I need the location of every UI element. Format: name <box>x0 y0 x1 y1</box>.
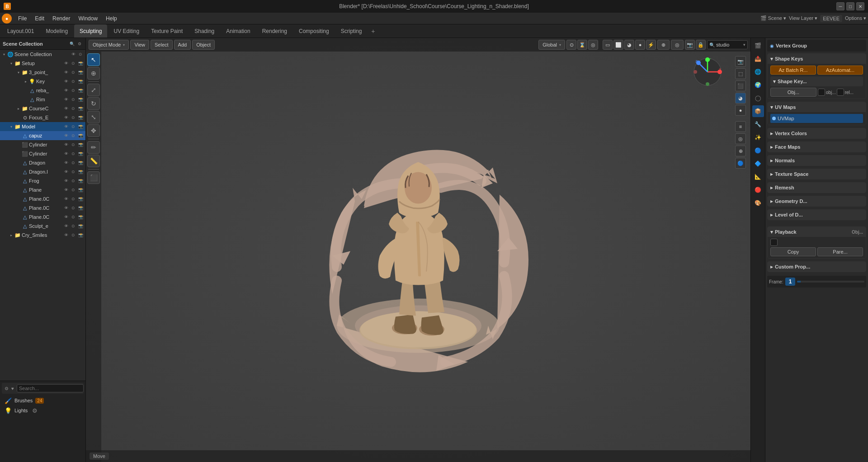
vis-plane[interactable]: 👁 <box>63 187 69 193</box>
add-workspace-button[interactable]: + <box>368 24 378 38</box>
playback-toggle[interactable] <box>770 239 778 246</box>
vis-plane0c1[interactable]: 👁 <box>63 196 69 202</box>
vp-solid-btn[interactable]: ⬛ <box>735 80 746 91</box>
move-tool-btn[interactable]: ⤢ <box>87 84 100 96</box>
vis-3point[interactable]: 👁 <box>63 69 69 75</box>
viewport-3d[interactable]: ↖ ⊕ ⤢ ↻ ⤡ ✥ ✏ 📏 ⬛ <box>86 38 750 462</box>
sel-coursec[interactable]: ⊙ <box>70 105 76 112</box>
tree-dragon[interactable]: △ Dragon 👁 ⊙ 📸 <box>0 158 85 167</box>
sel-cyl1[interactable]: ⊙ <box>70 141 76 148</box>
tree-plane0c-2[interactable]: △ Plane.0C 👁 ⊙ 📸 <box>0 203 85 212</box>
frame-number[interactable]: 1 <box>785 278 796 286</box>
tab-shading[interactable]: Shading <box>189 24 220 38</box>
search-dropdown-arrow[interactable]: ▾ <box>743 42 745 47</box>
ren-plane0c2[interactable]: 📸 <box>77 205 84 211</box>
tree-reba[interactable]: △ reba_ 👁 ⊙ 📸 <box>0 86 85 95</box>
asset-search-input[interactable] <box>17 384 84 392</box>
eevee-btn[interactable]: ⚡ <box>646 40 656 50</box>
vis-btn-scene[interactable]: 👁 <box>70 51 76 57</box>
sel-key[interactable]: ⊙ <box>70 78 76 85</box>
gizmo-toggle-btn[interactable]: ⊕ <box>657 40 670 50</box>
asset-brushes-item[interactable]: 🖌️ Brushes 24 <box>2 396 84 405</box>
prop-tab-shading[interactable]: 🎨 <box>752 197 764 209</box>
ren-3point[interactable]: 📸 <box>77 69 84 75</box>
vis-frog[interactable]: 👁 <box>63 178 69 184</box>
tree-setup[interactable]: ▾ 📁 Setup 👁 ⊙ 📸 <box>0 59 85 68</box>
ren-reba[interactable]: 📸 <box>77 87 84 94</box>
ren-dragonl[interactable]: 📸 <box>77 169 84 175</box>
sel-focuse[interactable]: ⊙ <box>70 114 76 121</box>
prop-tab-material[interactable]: 🔴 <box>752 184 764 196</box>
sel-sculpte[interactable]: ⊙ <box>70 223 76 229</box>
vp-wireframe-btn[interactable]: ⬚ <box>735 68 746 79</box>
tree-sculpte[interactable]: △ Sculpt_e 👁 ⊙ 📸 <box>0 222 85 231</box>
viewport-object-menu[interactable]: Object <box>192 40 215 50</box>
sel-3point[interactable]: ⊙ <box>70 69 76 75</box>
tree-plane0c-1[interactable]: △ Plane.0C 👁 ⊙ 📸 <box>0 194 85 203</box>
vis-sculpte[interactable]: 👁 <box>63 223 69 229</box>
shape-keys-header[interactable]: ▾ Shape Keys <box>768 54 866 64</box>
tree-key[interactable]: ▸ 💡 Key 👁 ⊙ 📸 <box>0 77 85 86</box>
ren-sculpte[interactable]: 📸 <box>77 223 84 229</box>
sel-btn-scene[interactable]: ⊙ <box>77 51 84 57</box>
snap-btn[interactable]: ⌛ <box>577 40 587 50</box>
sel-crysmiles[interactable]: ⊙ <box>70 232 76 238</box>
vis-plane0c3[interactable]: 👁 <box>63 214 69 220</box>
vp-gizmo-btn[interactable]: ⊕ <box>735 146 746 156</box>
vp-overlay-btn[interactable]: ◎ <box>735 133 746 144</box>
vis-key[interactable]: 👁 <box>63 78 69 85</box>
vis-dragon[interactable]: 👁 <box>63 160 69 166</box>
tab-animation[interactable]: Animation <box>221 24 255 38</box>
sel-rim[interactable]: ⊙ <box>70 96 76 103</box>
viewport-view-menu[interactable]: View <box>130 40 149 50</box>
custom-props-header[interactable]: ▸ Custom Prop... <box>768 262 866 272</box>
prop-tab-scene[interactable]: 🌍 <box>752 79 764 91</box>
playback-header[interactable]: ▾ Playback Obj... <box>768 227 866 237</box>
scene-search-box[interactable]: 🔍 studio ▾ <box>707 40 748 49</box>
normals-header[interactable]: ▸ Normals <box>768 156 866 165</box>
menu-file[interactable]: File <box>14 14 30 23</box>
prop-tab-object[interactable]: 📦 <box>752 105 764 117</box>
minimize-button[interactable]: ─ <box>836 2 844 10</box>
transform-pivot-btn[interactable]: ⊙ <box>566 40 576 50</box>
parent-btn[interactable]: Pare... <box>817 247 863 256</box>
vis-reba[interactable]: 👁 <box>63 87 69 94</box>
vis-cyl1[interactable]: 👁 <box>63 141 69 148</box>
face-maps-header[interactable]: ▸ Face Maps <box>768 142 866 152</box>
prop-tab-constraints[interactable]: 🔷 <box>752 158 764 170</box>
sel-reba[interactable]: ⊙ <box>70 87 76 94</box>
menu-edit[interactable]: Edit <box>31 14 48 23</box>
tab-sculpting[interactable]: Sculpting <box>74 24 107 38</box>
view-layer-selector[interactable]: View Layer ▾ <box>789 15 817 21</box>
vp-material-btn[interactable]: ◕ <box>735 93 746 104</box>
batch-rename-btn[interactable]: Az Batch R... <box>770 66 816 75</box>
timeline-mini[interactable] <box>797 281 864 283</box>
ren-model[interactable]: 📸 <box>77 123 84 130</box>
add-cube-btn[interactable]: ⬛ <box>87 171 100 184</box>
texture-space-header[interactable]: ▸ Texture Space <box>768 169 866 179</box>
select-tool-btn[interactable]: ↖ <box>87 53 100 66</box>
tree-frog[interactable]: △ Frog 👁 ⊙ 📸 <box>0 176 85 185</box>
tab-scripting[interactable]: Scripting <box>335 24 368 38</box>
prop-tab-view-layer[interactable]: 🌐 <box>752 66 764 78</box>
options-button[interactable]: Options ▾ <box>845 15 866 21</box>
tab-layout001[interactable]: Layout.001 <box>2 24 39 38</box>
ren-cyl1[interactable]: 📸 <box>77 141 84 148</box>
vis-plane0c2[interactable]: 👁 <box>63 205 69 211</box>
prop-tab-output[interactable]: 📤 <box>752 53 764 65</box>
tree-capuz[interactable]: △ capuz 👁 ⊙ 📸 <box>0 131 85 140</box>
tree-cry-smiles[interactable]: ▸ 📁 Cry_Smiles 👁 ⊙ 📸 <box>0 231 85 240</box>
sel-plane0c1[interactable]: ⊙ <box>70 196 76 202</box>
sel-cyl2[interactable]: ⊙ <box>70 151 76 157</box>
rendered-shading-btn[interactable]: ● <box>635 40 645 50</box>
solid-shading-btn[interactable]: ⬜ <box>613 40 623 50</box>
vp-camera-icon-btn[interactable]: 📷 <box>735 56 746 67</box>
annotate-tool-btn[interactable]: ✏ <box>87 141 100 154</box>
shape-key-toggle-1[interactable] <box>818 89 825 96</box>
close-button[interactable]: ✕ <box>856 2 864 10</box>
sel-dragonl[interactable]: ⊙ <box>70 169 76 175</box>
tab-rendering[interactable]: Rendering <box>257 24 292 38</box>
ren-dragon[interactable]: 📸 <box>77 160 84 166</box>
tree-plane0c-3[interactable]: △ Plane.0C 👁 ⊙ 📸 <box>0 212 85 222</box>
menu-window[interactable]: Window <box>75 14 101 23</box>
